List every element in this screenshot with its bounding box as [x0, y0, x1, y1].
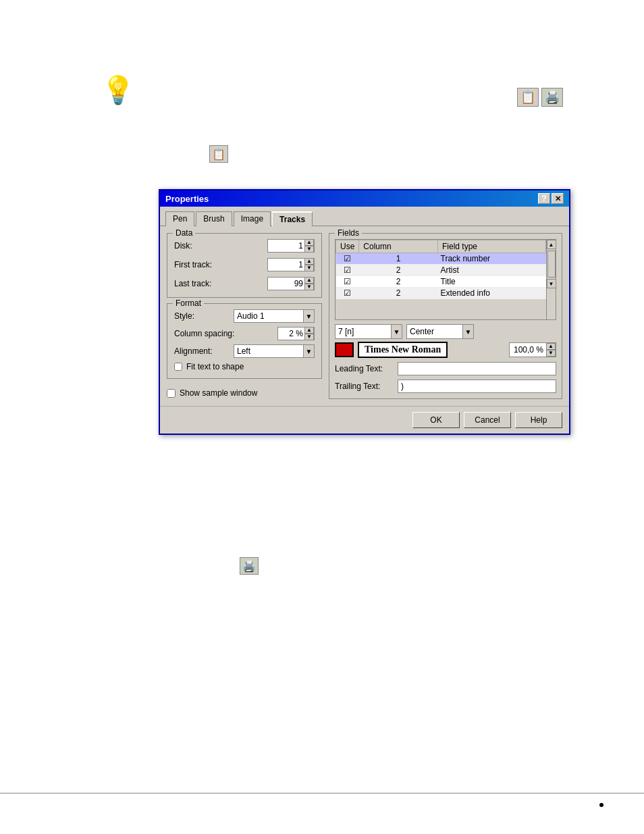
- last-track-arrows[interactable]: ▲ ▼: [304, 277, 314, 290]
- disk-value: 1: [268, 241, 304, 251]
- right-panel: Fields Use Column Field type: [329, 233, 562, 399]
- help-footer-button[interactable]: Help: [515, 412, 562, 428]
- first-track-spin[interactable]: 1 ▲ ▼: [267, 258, 315, 271]
- leading-text-input[interactable]: [398, 362, 556, 375]
- format-group: Format Style: Audio 1 ▼ Column spacing: …: [167, 303, 322, 379]
- style-label: Style:: [174, 311, 194, 321]
- tab-pen[interactable]: Pen: [165, 211, 194, 226]
- format-align-row: 7 [n] ▼ Center ▼: [335, 324, 556, 339]
- dialog-tabs: Pen Brush Image Tracks: [160, 207, 569, 226]
- alignment-row: Alignment: Left ▼: [174, 344, 315, 358]
- disk-spin-arrows[interactable]: ▲ ▼: [304, 239, 314, 253]
- table-scrollbar[interactable]: ▲ ▼: [546, 240, 556, 319]
- column-spacing-value: 2 %: [278, 329, 304, 338]
- style-value: Audio 1: [234, 311, 303, 321]
- fields-table: Use Column Field type ☑ 1 Tr: [336, 240, 546, 299]
- first-track-label: First track:: [174, 260, 212, 269]
- first-track-row: First track: 1 ▲ ▼: [174, 258, 315, 271]
- second-icon: 📋: [209, 145, 228, 163]
- table-row[interactable]: ☑ 1 Track number: [336, 253, 546, 265]
- row4-use: ☑: [336, 288, 359, 299]
- row1-fieldtype: Track number: [438, 253, 546, 265]
- column-spacing-down[interactable]: ▼: [304, 334, 314, 340]
- last-track-down[interactable]: ▼: [304, 284, 314, 290]
- row2-fieldtype: Artist: [438, 265, 546, 276]
- scroll-down-btn[interactable]: ▼: [547, 279, 556, 288]
- fields-table-container: Use Column Field type ☑ 1 Tr: [335, 239, 556, 320]
- last-track-up[interactable]: ▲: [304, 277, 314, 284]
- style-dropdown[interactable]: Audio 1 ▼: [234, 309, 315, 323]
- leading-text-row: Leading Text:: [335, 362, 556, 375]
- top-right-icons: 📋 🖨️: [517, 81, 563, 113]
- show-sample-checkbox[interactable]: [167, 389, 176, 398]
- disk-spin[interactable]: 1 ▲ ▼: [267, 239, 315, 253]
- format-dropdown-arrow[interactable]: ▼: [391, 325, 402, 338]
- column-spacing-arrows[interactable]: ▲ ▼: [304, 327, 314, 340]
- align-dropdown-arrow[interactable]: ▼: [462, 325, 473, 338]
- disk-up-arrow[interactable]: ▲: [304, 239, 314, 246]
- leading-text-label: Leading Text:: [335, 364, 392, 373]
- alignment-dropdown[interactable]: Left ▼: [234, 344, 315, 358]
- format-value: 7 [n]: [336, 327, 391, 336]
- align-dropdown[interactable]: Center ▼: [406, 324, 474, 339]
- col-use-header: Use: [336, 240, 359, 253]
- format-dropdown[interactable]: 7 [n] ▼: [335, 324, 402, 339]
- last-track-spin[interactable]: 99 ▲ ▼: [267, 277, 315, 290]
- first-track-up[interactable]: ▲: [304, 258, 314, 265]
- tab-image[interactable]: Image: [234, 211, 271, 226]
- last-track-value: 99: [268, 279, 304, 288]
- data-group: Data Disk: 1 ▲ ▼ First track:: [167, 233, 322, 298]
- row1-use: ☑: [336, 253, 359, 265]
- left-panel: Data Disk: 1 ▲ ▼ First track:: [167, 233, 322, 399]
- disk-down-arrow[interactable]: ▼: [304, 246, 314, 253]
- first-track-arrows[interactable]: ▲ ▼: [304, 258, 314, 271]
- font-size-arrows[interactable]: ▲ ▼: [546, 343, 556, 357]
- font-size-spin[interactable]: 100,0 % ▲ ▼: [509, 342, 556, 357]
- row1-column: 1: [359, 253, 438, 265]
- fit-text-checkbox[interactable]: [174, 363, 182, 371]
- font-display[interactable]: Times New Roman: [358, 342, 448, 358]
- row3-use: ☑: [336, 276, 359, 288]
- copy-icon-1[interactable]: 📋: [517, 88, 539, 107]
- row2-use: ☑: [336, 265, 359, 276]
- color-font-row: Times New Roman 100,0 % ▲ ▼: [335, 342, 556, 358]
- small-copy-icon-2[interactable]: 🖨️: [240, 557, 259, 575]
- bottom-divider: [0, 793, 644, 793]
- scroll-up-btn[interactable]: ▲: [547, 240, 556, 249]
- column-spacing-up[interactable]: ▲: [304, 327, 314, 334]
- trailing-text-label: Trailing Text:: [335, 382, 392, 391]
- cancel-button[interactable]: Cancel: [464, 412, 511, 428]
- third-icon: 🖨️: [240, 557, 259, 575]
- dialog-title: Properties: [165, 194, 209, 204]
- format-group-label: Format: [173, 298, 204, 308]
- tab-tracks[interactable]: Tracks: [272, 211, 313, 226]
- style-dropdown-arrow[interactable]: ▼: [303, 310, 314, 322]
- table-row[interactable]: ☑ 2 Title: [336, 276, 546, 288]
- font-size-up[interactable]: ▲: [546, 343, 556, 350]
- trailing-text-input[interactable]: [398, 380, 556, 393]
- help-button[interactable]: ?: [538, 193, 550, 204]
- show-sample-row: Show sample window: [167, 388, 322, 398]
- scroll-thumb[interactable]: [547, 251, 556, 278]
- table-row[interactable]: ☑ 2 Artist: [336, 265, 546, 276]
- small-copy-icon[interactable]: 📋: [209, 145, 228, 163]
- disk-row: Disk: 1 ▲ ▼: [174, 239, 315, 253]
- first-track-down[interactable]: ▼: [304, 265, 314, 271]
- close-button[interactable]: ✕: [552, 193, 564, 204]
- last-track-label: Last track:: [174, 279, 211, 288]
- disk-label: Disk:: [174, 241, 192, 251]
- color-swatch[interactable]: [335, 342, 354, 357]
- font-size-down[interactable]: ▼: [546, 350, 556, 357]
- ok-button[interactable]: OK: [412, 412, 460, 428]
- alignment-dropdown-arrow[interactable]: ▼: [303, 345, 314, 357]
- row4-column: 2: [359, 288, 438, 299]
- col-fieldtype-header: Field type: [438, 240, 546, 253]
- fields-group-label: Fields: [335, 228, 362, 238]
- table-row[interactable]: ☑ 2 Extended info: [336, 288, 546, 299]
- first-track-value: 1: [268, 260, 304, 269]
- show-sample-label: Show sample window: [180, 388, 257, 398]
- column-spacing-spin[interactable]: 2 % ▲ ▼: [277, 327, 315, 340]
- row3-column: 2: [359, 276, 438, 288]
- tab-brush[interactable]: Brush: [196, 211, 232, 226]
- copy-icon-2[interactable]: 🖨️: [541, 88, 563, 107]
